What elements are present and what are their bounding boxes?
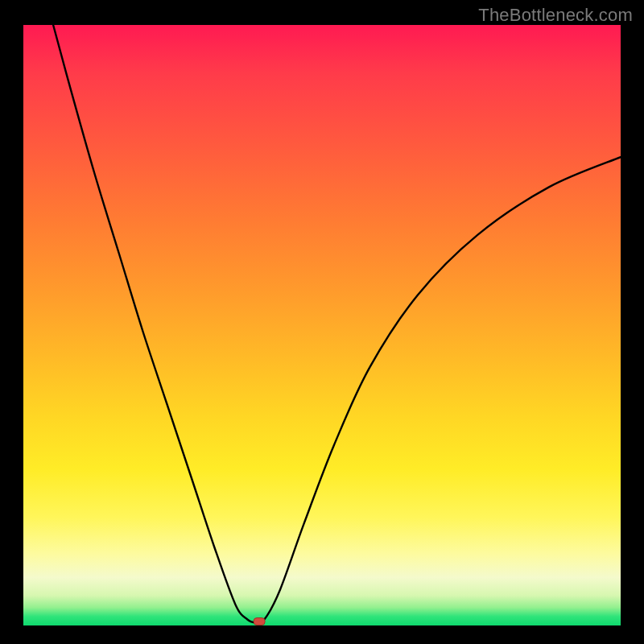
bottleneck-curve-path — [53, 25, 621, 622]
minimum-marker — [254, 618, 265, 625]
bottleneck-curve-svg — [23, 25, 621, 625]
watermark-text: TheBottleneck.com — [478, 5, 633, 26]
chart-canvas: TheBottleneck.com — [0, 0, 644, 644]
